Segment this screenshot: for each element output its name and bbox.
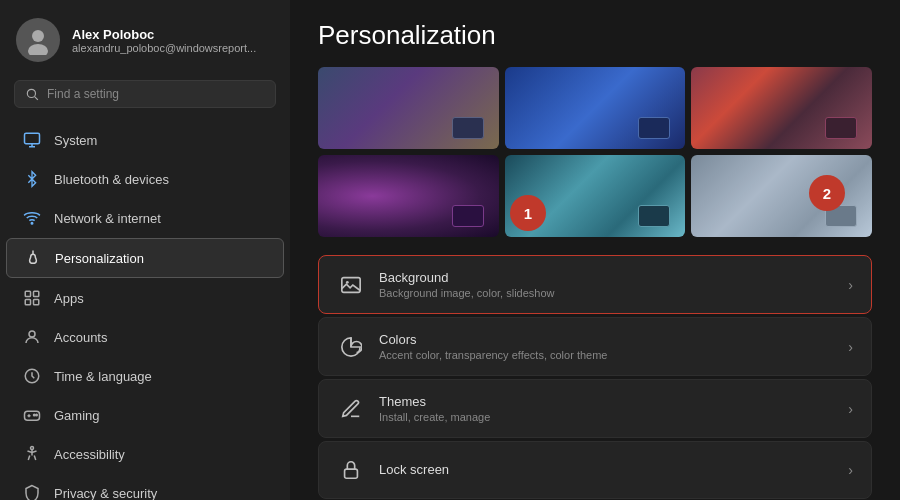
svg-rect-10 [34,291,39,296]
main-content: Personalization Background Background im… [290,0,900,500]
search-input[interactable] [47,87,265,101]
settings-item-lockscreen[interactable]: Lock screen › [318,441,872,499]
accessibility-icon [22,444,42,464]
svg-point-0 [32,30,44,42]
settings-item-background-text: Background Background image, color, slid… [379,270,834,299]
svg-rect-24 [345,469,358,478]
sidebar-item-time[interactable]: Time & language [6,357,284,395]
settings-item-colors-desc: Accent color, transparency effects, colo… [379,349,834,361]
themes-icon [337,395,365,423]
privacy-icon [22,483,42,500]
brush-icon [23,248,43,268]
sidebar-item-system[interactable]: System [6,121,284,159]
network-icon [22,208,42,228]
annotation-badge-2: 2 [809,175,845,211]
annotation-badge-1: 1 [510,195,546,231]
sidebar-item-bluetooth-label: Bluetooth & devices [54,172,169,187]
avatar [16,18,60,62]
svg-rect-11 [25,300,30,305]
sidebar-item-system-label: System [54,133,97,148]
svg-rect-4 [25,133,40,144]
monitor-icon [22,130,42,150]
settings-item-colors-title: Colors [379,332,834,347]
settings-item-themes-text: Themes Install, create, manage [379,394,834,423]
colors-icon [337,333,365,361]
user-email: alexandru_poloboc@windowsreport... [72,42,256,54]
settings-item-background[interactable]: Background Background image, color, slid… [318,255,872,314]
sidebar-item-network[interactable]: Network & internet [6,199,284,237]
user-name: Alex Poloboc [72,27,256,42]
sidebar-item-time-label: Time & language [54,369,152,384]
settings-item-background-title: Background [379,270,834,285]
svg-point-7 [31,223,33,225]
sidebar-item-gaming-label: Gaming [54,408,100,423]
sidebar-item-gaming[interactable]: Gaming [6,396,284,434]
user-profile[interactable]: Alex Poloboc alexandru_poloboc@windowsre… [0,0,290,76]
lockscreen-icon [337,456,365,484]
sidebar-item-personalization[interactable]: Personalization [6,238,284,278]
settings-item-themes-title: Themes [379,394,834,409]
settings-item-themes-desc: Install, create, manage [379,411,834,423]
page-title: Personalization [318,20,872,51]
svg-point-23 [346,280,349,283]
wallpaper-thumb-4[interactable] [318,155,499,237]
wallpaper-thumb-6[interactable] [691,155,872,237]
chevron-right-icon: › [848,401,853,417]
svg-point-13 [29,331,35,337]
svg-line-3 [35,97,38,100]
settings-item-background-desc: Background image, color, slideshow [379,287,834,299]
sidebar-item-accessibility[interactable]: Accessibility [6,435,284,473]
settings-item-colors[interactable]: Colors Accent color, transparency effect… [318,317,872,376]
wallpaper-thumb-3[interactable] [691,67,872,149]
time-icon [22,366,42,386]
svg-rect-9 [25,291,30,296]
svg-point-2 [27,89,35,97]
sidebar-item-privacy[interactable]: Privacy & security [6,474,284,500]
sidebar-item-accessibility-label: Accessibility [54,447,125,462]
wallpaper-thumb-2[interactable] [505,67,686,149]
svg-rect-12 [34,300,39,305]
settings-item-lockscreen-text: Lock screen [379,462,834,479]
nav-list: System Bluetooth & devices Network & int… [0,118,290,500]
chevron-right-icon: › [848,462,853,478]
wallpaper-grid [318,67,872,237]
chevron-right-icon: › [848,277,853,293]
gaming-icon [22,405,42,425]
chevron-right-icon: › [848,339,853,355]
sidebar-item-network-label: Network & internet [54,211,161,226]
search-icon [25,87,39,101]
bluetooth-icon [22,169,42,189]
svg-point-20 [31,447,34,450]
settings-item-themes[interactable]: Themes Install, create, manage › [318,379,872,438]
settings-item-colors-text: Colors Accent color, transparency effect… [379,332,834,361]
user-info: Alex Poloboc alexandru_poloboc@windowsre… [72,27,256,54]
apps-icon [22,288,42,308]
sidebar-item-accounts[interactable]: Accounts [6,318,284,356]
sidebar-item-apps-label: Apps [54,291,84,306]
svg-point-18 [34,414,36,416]
svg-point-19 [36,414,38,416]
sidebar-item-privacy-label: Privacy & security [54,486,157,501]
sidebar-item-bluetooth[interactable]: Bluetooth & devices [6,160,284,198]
wallpaper-thumb-1[interactable] [318,67,499,149]
sidebar-item-apps[interactable]: Apps [6,279,284,317]
svg-point-1 [28,44,48,55]
sidebar: Alex Poloboc alexandru_poloboc@windowsre… [0,0,290,500]
settings-item-lockscreen-title: Lock screen [379,462,834,477]
background-icon [337,271,365,299]
sidebar-item-accounts-label: Accounts [54,330,107,345]
sidebar-item-personalization-label: Personalization [55,251,144,266]
search-box[interactable] [14,80,276,108]
settings-list: Background Background image, color, slid… [318,255,872,499]
accounts-icon [22,327,42,347]
